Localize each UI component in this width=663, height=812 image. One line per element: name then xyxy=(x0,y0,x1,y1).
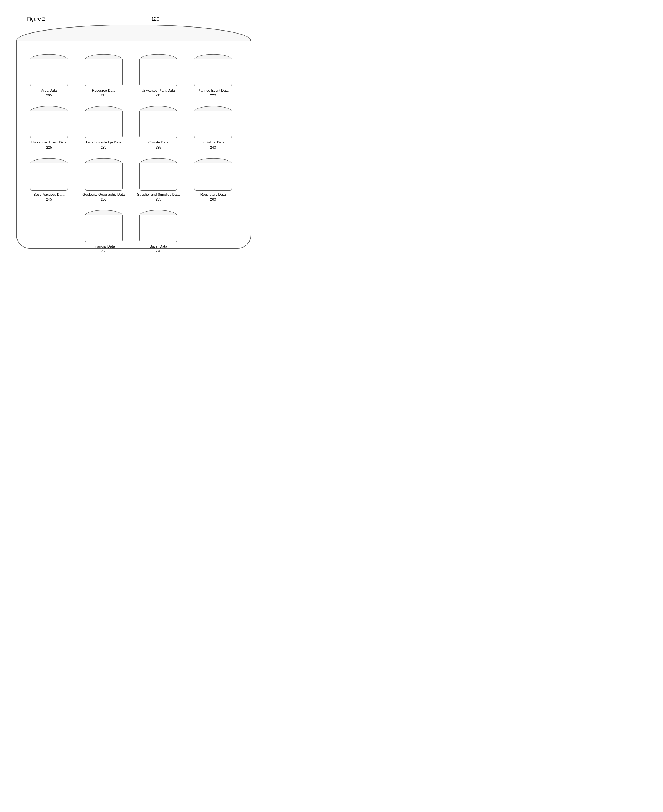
cylinder-buyer-data-number: 270 xyxy=(155,249,161,253)
cylinder-regulatory-data-label: Regulatory Data xyxy=(201,192,226,196)
grid-row-2: Unplanned Event Data 225 Local Knowledge… xyxy=(22,106,240,150)
cylinder-supplier-supplies-data-number: 255 xyxy=(155,197,161,201)
cylinder-best-practices-data-label: Best Practices Data xyxy=(34,192,64,196)
cylinder-logistical-data-number: 240 xyxy=(210,145,216,149)
grid-row-1: Area Data 205 Resource Data 210 xyxy=(22,54,240,98)
cylinder-best-practices-data: Best Practices Data 245 xyxy=(26,158,72,202)
main-label: 120 xyxy=(151,16,159,22)
grid-empty-1 xyxy=(26,210,72,254)
page: Figure 2 120 Area Data 205 xyxy=(0,0,270,270)
grid-row-3: Best Practices Data 245 Geologic/ Geogra… xyxy=(22,158,240,202)
cylinder-resource-data: Resource Data 210 xyxy=(81,54,127,98)
cylinder-buyer-data: Buyer Data 270 xyxy=(135,210,181,254)
cylinder-financial-data: Financial Data 265 xyxy=(81,210,127,254)
cylinder-geologic-geographic-data: Geologic/ Geographic Data 250 xyxy=(81,158,127,202)
cylinder-regulatory-data-number: 260 xyxy=(210,197,216,201)
grid-row-4: Financial Data 265 Buyer Data 270 xyxy=(22,210,240,254)
cylinder-supplier-supplies-data: Supplier and Supplies Data 255 xyxy=(135,158,181,202)
cylinder-buyer-data-label: Buyer Data xyxy=(150,244,167,248)
cylinder-planned-event-data-number: 220 xyxy=(210,93,216,97)
cylinder-financial-data-number: 265 xyxy=(101,249,107,253)
cylinder-unwanted-plant-data-number: 215 xyxy=(155,93,161,97)
cylinder-unplanned-event-data-number: 225 xyxy=(46,145,52,149)
cylinder-supplier-supplies-data-label: Supplier and Supplies Data xyxy=(137,192,179,196)
cylinder-climate-data: Climate Data 235 xyxy=(135,106,181,150)
cylinder-resource-data-label: Resource Data xyxy=(92,88,115,92)
cylinder-resource-data-number: 210 xyxy=(101,93,107,97)
cylinders-grid: Area Data 205 Resource Data 210 xyxy=(22,54,240,262)
cylinder-unplanned-event-data: Unplanned Event Data 225 xyxy=(26,106,72,150)
cylinder-planned-event-data: Planned Event Data 220 xyxy=(190,54,236,98)
cylinder-area-data: Area Data 205 xyxy=(26,54,72,98)
cylinder-logistical-data: Logistical Data 240 xyxy=(190,106,236,150)
cylinder-local-knowledge-data: Local Knowledge Data 230 xyxy=(81,106,127,150)
cylinder-unwanted-plant-data: Unwanted Plant Data 215 xyxy=(135,54,181,98)
grid-empty-2 xyxy=(190,210,236,254)
cylinder-climate-data-label: Climate Data xyxy=(148,140,168,144)
figure-label: Figure 2 xyxy=(27,16,45,22)
cylinder-unwanted-plant-data-label: Unwanted Plant Data xyxy=(142,88,175,92)
cylinder-logistical-data-label: Logistical Data xyxy=(202,140,225,144)
cylinder-unplanned-event-data-label: Unplanned Event Data xyxy=(31,140,67,144)
cylinder-climate-data-number: 235 xyxy=(155,145,161,149)
cylinder-regulatory-data: Regulatory Data 260 xyxy=(190,158,236,202)
cylinder-best-practices-data-number: 245 xyxy=(46,197,52,201)
cylinder-financial-data-label: Financial Data xyxy=(92,244,115,248)
cylinder-planned-event-data-label: Planned Event Data xyxy=(197,88,229,92)
cylinder-geologic-geographic-data-label: Geologic/ Geographic Data xyxy=(82,192,125,196)
cylinder-local-knowledge-data-number: 230 xyxy=(101,145,107,149)
cylinder-local-knowledge-data-label: Local Knowledge Data xyxy=(86,140,121,144)
cylinder-area-data-number: 205 xyxy=(46,93,52,97)
cylinder-geologic-geographic-data-number: 250 xyxy=(101,197,107,201)
cylinder-area-data-label: Area Data xyxy=(41,88,57,92)
